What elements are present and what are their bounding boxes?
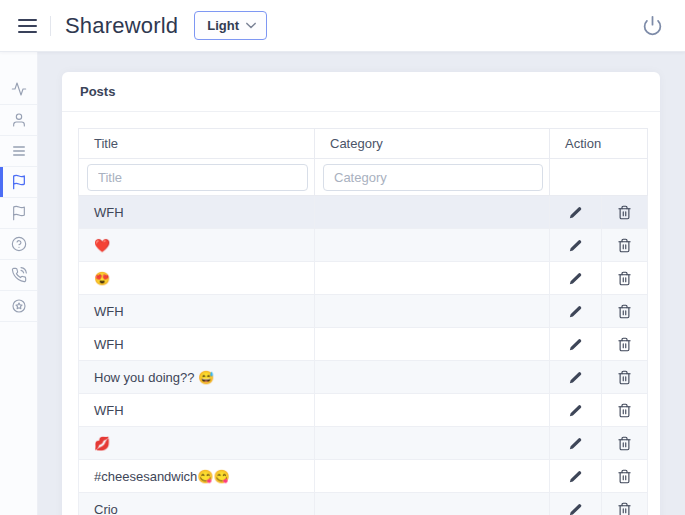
pencil-icon: [568, 271, 583, 286]
trash-icon: [617, 502, 632, 515]
trash-icon: [617, 337, 632, 352]
trash-icon: [617, 403, 632, 418]
table-row[interactable]: #cheesesandwich😋😋: [79, 460, 648, 493]
edit-button[interactable]: [550, 262, 602, 295]
pencil-icon: [568, 502, 583, 515]
table-row[interactable]: How you doing?? 😅: [79, 361, 648, 394]
delete-button[interactable]: [602, 229, 648, 262]
sidebar-item-rewards[interactable]: [0, 291, 37, 322]
post-title: 💋: [79, 427, 315, 460]
main-content: Posts Title Category Action: [38, 52, 685, 515]
delete-button[interactable]: [602, 460, 648, 493]
table-row[interactable]: WFH: [79, 328, 648, 361]
pencil-icon: [568, 403, 583, 418]
edit-button[interactable]: [550, 229, 602, 262]
badge-icon: [11, 298, 27, 314]
column-header-category: Category: [315, 129, 550, 159]
pencil-icon: [568, 370, 583, 385]
table-row[interactable]: 😍: [79, 262, 648, 295]
edit-button[interactable]: [550, 361, 602, 394]
trash-icon: [617, 205, 632, 220]
sidebar-nav: [0, 52, 38, 515]
logout-power-button[interactable]: [642, 15, 663, 36]
theme-dropdown-value: Light: [207, 18, 239, 33]
app-title: Shareworld: [65, 13, 178, 39]
delete-button[interactable]: [602, 427, 648, 460]
card-title: Posts: [80, 84, 115, 99]
sidebar-item-reports[interactable]: [0, 198, 37, 229]
table-row[interactable]: ❤️: [79, 229, 648, 262]
edit-button[interactable]: [550, 394, 602, 427]
sidebar-item-users[interactable]: [0, 105, 37, 136]
delete-button[interactable]: [602, 295, 648, 328]
posts-card: Posts Title Category Action: [62, 72, 660, 515]
table-row[interactable]: 💋: [79, 427, 648, 460]
delete-button[interactable]: [602, 262, 648, 295]
post-title: 😍: [79, 262, 315, 295]
user-icon: [11, 112, 27, 128]
list-icon: [11, 143, 27, 159]
card-header: Posts: [62, 72, 660, 112]
edit-button[interactable]: [550, 427, 602, 460]
sidebar-item-activity[interactable]: [0, 74, 37, 105]
post-title: WFH: [79, 328, 315, 361]
edit-button[interactable]: [550, 295, 602, 328]
hamburger-menu-icon[interactable]: [18, 18, 37, 34]
title-filter-input[interactable]: [87, 164, 308, 191]
sidebar-item-posts[interactable]: [0, 167, 37, 198]
trash-icon: [617, 469, 632, 484]
pencil-icon: [568, 469, 583, 484]
post-title: WFH: [79, 196, 315, 229]
category-filter-input[interactable]: [323, 164, 543, 191]
theme-dropdown[interactable]: Light: [194, 11, 267, 40]
delete-button[interactable]: [602, 493, 648, 515]
flag-icon: [11, 174, 27, 190]
trash-icon: [617, 370, 632, 385]
header-divider: [50, 16, 51, 36]
post-category: [315, 328, 550, 361]
table-row[interactable]: WFH: [79, 295, 648, 328]
phone-call-icon: [11, 267, 27, 283]
delete-button[interactable]: [602, 328, 648, 361]
chevron-down-icon: [246, 22, 256, 29]
post-category: [315, 427, 550, 460]
table-row[interactable]: WFH: [79, 394, 648, 427]
sidebar-item-help[interactable]: [0, 229, 37, 260]
app-header: Shareworld Light: [0, 0, 685, 52]
edit-button[interactable]: [550, 328, 602, 361]
sidebar-item-list[interactable]: [0, 136, 37, 167]
trash-icon: [617, 304, 632, 319]
post-category: [315, 262, 550, 295]
edit-button[interactable]: [550, 460, 602, 493]
post-category: [315, 394, 550, 427]
delete-button[interactable]: [602, 361, 648, 394]
table-filter-row: [79, 159, 648, 196]
pencil-icon: [568, 337, 583, 352]
post-category: [315, 361, 550, 394]
pencil-icon: [568, 238, 583, 253]
edit-button[interactable]: [550, 493, 602, 515]
column-header-action: Action: [550, 129, 648, 159]
delete-button[interactable]: [602, 196, 648, 229]
post-title: #cheesesandwich😋😋: [79, 460, 315, 493]
column-header-title: Title: [79, 129, 315, 159]
post-category: [315, 493, 550, 515]
flag-outline-icon: [11, 205, 27, 221]
table-row[interactable]: Crio: [79, 493, 648, 515]
pencil-icon: [568, 304, 583, 319]
post-category: [315, 460, 550, 493]
trash-icon: [617, 436, 632, 451]
pencil-icon: [568, 436, 583, 451]
post-title: Crio: [79, 493, 315, 515]
table-header-row: Title Category Action: [79, 129, 648, 159]
sidebar-item-contact[interactable]: [0, 260, 37, 291]
pencil-icon: [568, 205, 583, 220]
delete-button[interactable]: [602, 394, 648, 427]
post-title: ❤️: [79, 229, 315, 262]
edit-button[interactable]: [550, 196, 602, 229]
trash-icon: [617, 271, 632, 286]
table-row[interactable]: WFH: [79, 196, 648, 229]
trash-icon: [617, 238, 632, 253]
post-category: [315, 196, 550, 229]
post-category: [315, 229, 550, 262]
